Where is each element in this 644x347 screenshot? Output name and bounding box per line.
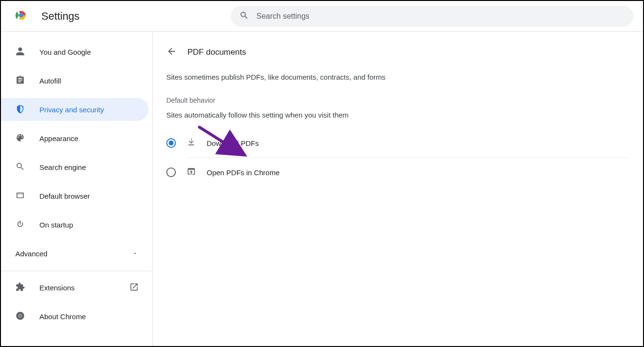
radio-indicator <box>166 138 176 148</box>
chrome-icon <box>15 311 25 322</box>
page-title: PDF documents <box>187 48 246 57</box>
search-bar[interactable] <box>231 6 634 27</box>
sidebar-divider <box>1 271 152 271</box>
section-subtitle: Sites automatically follow this setting … <box>166 111 630 119</box>
radio-download-pdfs[interactable]: Download PDFs <box>166 129 630 157</box>
chrome-logo-icon <box>11 9 28 24</box>
app-title: Settings <box>41 10 80 23</box>
sidebar-item-privacy-security[interactable]: Privacy and security <box>1 98 149 121</box>
download-icon <box>186 137 196 149</box>
back-arrow-icon[interactable] <box>166 46 177 59</box>
sidebar-item-label: Extensions <box>39 284 74 292</box>
browser-icon <box>15 191 25 202</box>
radio-label: Open PDFs in Chrome <box>207 168 280 177</box>
chevron-down-icon <box>132 250 138 258</box>
search-icon <box>239 11 249 22</box>
section-title: Default behavior <box>166 96 630 104</box>
shield-icon <box>15 104 25 115</box>
sidebar-item-you-and-google[interactable]: You and Google <box>1 40 149 63</box>
sidebar-item-label: You and Google <box>39 48 91 56</box>
radio-open-in-chrome[interactable]: Open PDFs in Chrome <box>166 158 630 187</box>
palette-icon <box>15 133 25 144</box>
main-content: PDF documents Sites sometimes publish PD… <box>152 32 643 346</box>
svg-point-5 <box>19 314 22 317</box>
page-description: Sites sometimes publish PDFs, like docum… <box>166 73 630 81</box>
radio-indicator <box>166 168 176 177</box>
person-icon <box>15 47 25 58</box>
sidebar-item-extensions[interactable]: Extensions <box>1 276 152 299</box>
search-input[interactable] <box>257 12 625 21</box>
sidebar-item-about-chrome[interactable]: About Chrome <box>1 305 152 328</box>
sidebar-item-label: On startup <box>39 221 73 229</box>
page-header: PDF documents <box>166 46 630 59</box>
sidebar-item-default-browser[interactable]: Default browser <box>1 184 149 207</box>
advanced-label: Advanced <box>15 250 48 258</box>
sidebar-item-search-engine[interactable]: Search engine <box>1 156 149 179</box>
sidebar-item-label: Autofill <box>39 77 61 85</box>
sidebar: You and Google Autofill Privacy and secu… <box>1 32 152 346</box>
radio-label: Download PDFs <box>207 139 259 147</box>
power-icon <box>15 219 25 230</box>
header: Settings <box>1 1 643 32</box>
search-icon <box>15 162 25 173</box>
sidebar-item-appearance[interactable]: Appearance <box>1 127 149 150</box>
sidebar-item-on-startup[interactable]: On startup <box>1 213 149 236</box>
sidebar-item-autofill[interactable]: Autofill <box>1 69 149 92</box>
svg-point-2 <box>20 13 23 17</box>
sidebar-item-label: About Chrome <box>39 312 86 321</box>
extension-icon <box>15 282 25 293</box>
sidebar-item-label: Privacy and security <box>39 106 104 114</box>
sidebar-item-label: Default browser <box>39 192 90 200</box>
open-in-browser-icon <box>186 167 196 178</box>
sidebar-item-label: Search engine <box>39 163 86 171</box>
clipboard-icon <box>15 75 25 86</box>
sidebar-item-label: Appearance <box>39 134 78 143</box>
open-external-icon <box>129 282 139 293</box>
sidebar-advanced-toggle[interactable]: Advanced <box>1 242 152 265</box>
